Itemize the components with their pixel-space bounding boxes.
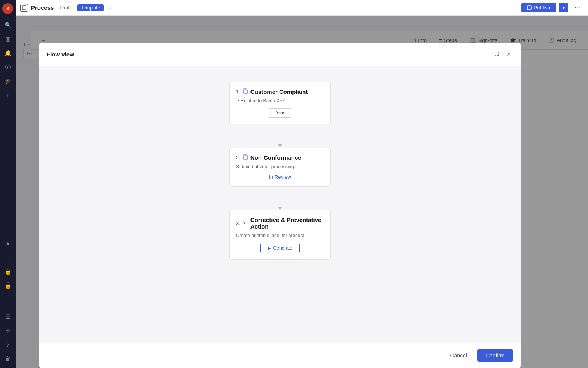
publish-dropdown-arrow[interactable]: ▾ bbox=[559, 3, 568, 12]
step-card-2: 2. Non-Conformance Submit batch for proc… bbox=[229, 148, 331, 187]
sidebar-icon-code[interactable]: </> bbox=[2, 61, 14, 73]
main-area: ← ℹ Info ≡ Steps 📋 Sign-offs 🎓 Training … bbox=[16, 16, 588, 368]
sidebar-icon-search[interactable]: 🔍 bbox=[2, 19, 14, 31]
sidebar-icon-plus[interactable]: + bbox=[2, 89, 14, 101]
arrow-line-2 bbox=[280, 187, 280, 207]
svg-rect-3 bbox=[527, 6, 531, 10]
expand-icon[interactable] bbox=[492, 49, 501, 60]
sidebar-icon-lock[interactable]: 🔒 bbox=[2, 265, 14, 278]
flow-view-modal: Flow view × 1. bbox=[39, 43, 521, 368]
sidebar-icon-inbox[interactable]: ▣ bbox=[2, 33, 14, 45]
topbar-process-title: Process bbox=[31, 4, 54, 11]
modal-body: 1. Customer Complaint Related to Batch X… bbox=[39, 66, 521, 343]
flow-container: 1. Customer Complaint Related to Batch X… bbox=[202, 82, 358, 260]
topbar: Process Draft Template ☆ Publish ▾ ··· bbox=[16, 0, 588, 16]
sidebar-icon-bell[interactable]: 🔔 bbox=[2, 47, 14, 59]
topbar-draft-label: Draft bbox=[57, 4, 74, 11]
sidebar-icon-list[interactable]: ☰ bbox=[2, 310, 14, 323]
modal-header: Flow view × bbox=[39, 43, 521, 66]
step-3-number: 3. bbox=[236, 220, 240, 226]
sidebar-icon-lock2[interactable]: 🔓 bbox=[2, 279, 14, 292]
step-3-icon bbox=[243, 220, 248, 227]
app-logo[interactable]: S bbox=[2, 3, 13, 14]
step-3-header: 3. Corrective & Preventative Action bbox=[236, 217, 324, 230]
sidebar-icon-star[interactable]: ★ bbox=[2, 237, 14, 250]
modal-footer: Cancel Confirm bbox=[39, 343, 521, 368]
flow-arrow-1 bbox=[278, 124, 282, 148]
topbar-star-icon[interactable]: ☆ bbox=[107, 4, 112, 11]
step-1-done-button[interactable]: Done bbox=[268, 108, 292, 118]
publish-label: Publish bbox=[534, 5, 550, 11]
sidebar-icon-trash[interactable]: 🗑 bbox=[2, 352, 14, 365]
step-1-title: Customer Complaint bbox=[250, 88, 308, 95]
step-2-icon bbox=[243, 154, 248, 161]
step-card-3: 3. Corrective & Preventative Action Crea… bbox=[229, 210, 331, 260]
confirm-button[interactable]: Confirm bbox=[477, 349, 513, 362]
arrow-line-1 bbox=[280, 124, 280, 144]
modal-overlay: Flow view × 1. bbox=[16, 16, 588, 368]
sidebar-icon-gear[interactable]: ⚙ bbox=[2, 324, 14, 337]
sidebar-icon-graduation[interactable]: 🎓 bbox=[2, 75, 14, 87]
step-1-subtitle: Related to Batch XYZ bbox=[236, 98, 324, 104]
process-icon bbox=[20, 4, 28, 12]
flow-arrow-2 bbox=[278, 187, 282, 210]
step-2-number: 2. bbox=[236, 155, 240, 160]
step-2-inreview-button[interactable]: In Review bbox=[269, 174, 291, 180]
publish-button[interactable]: Publish bbox=[522, 3, 556, 12]
topbar-template-badge[interactable]: Template bbox=[77, 4, 104, 11]
step-1-header: 1. Customer Complaint bbox=[236, 88, 324, 95]
cancel-button[interactable]: Cancel bbox=[444, 349, 473, 362]
step-3-title: Corrective & Preventative Action bbox=[250, 217, 324, 230]
step-3-generate-button[interactable]: ▶ Generate bbox=[260, 243, 300, 253]
generate-label: Generate bbox=[273, 245, 292, 251]
generate-play-icon: ▶ bbox=[268, 245, 271, 251]
sidebar: S 🔍 ▣ 🔔 </> 🎓 + ★ ○ 🔒 🔓 ☰ ⚙ ? 🗑 bbox=[0, 0, 16, 368]
step-2-title: Non-Conformance bbox=[250, 154, 301, 161]
step-2-desc: Submit batch for processing. bbox=[236, 164, 324, 169]
step-1-number: 1. bbox=[236, 89, 240, 95]
step-card-1: 1. Customer Complaint Related to Batch X… bbox=[229, 82, 331, 124]
step-2-header: 2. Non-Conformance bbox=[236, 154, 324, 161]
more-options-button[interactable]: ··· bbox=[571, 2, 583, 13]
step-1-icon bbox=[243, 88, 248, 95]
arrow-head-1 bbox=[278, 144, 282, 148]
close-button[interactable]: × bbox=[504, 49, 513, 59]
arrow-head-2 bbox=[278, 207, 282, 210]
modal-title: Flow view bbox=[47, 51, 74, 58]
step-3-desc: Create printable label for product bbox=[236, 233, 324, 238]
sidebar-icon-question[interactable]: ? bbox=[2, 338, 14, 351]
sidebar-icon-globe[interactable]: ○ bbox=[2, 251, 14, 264]
